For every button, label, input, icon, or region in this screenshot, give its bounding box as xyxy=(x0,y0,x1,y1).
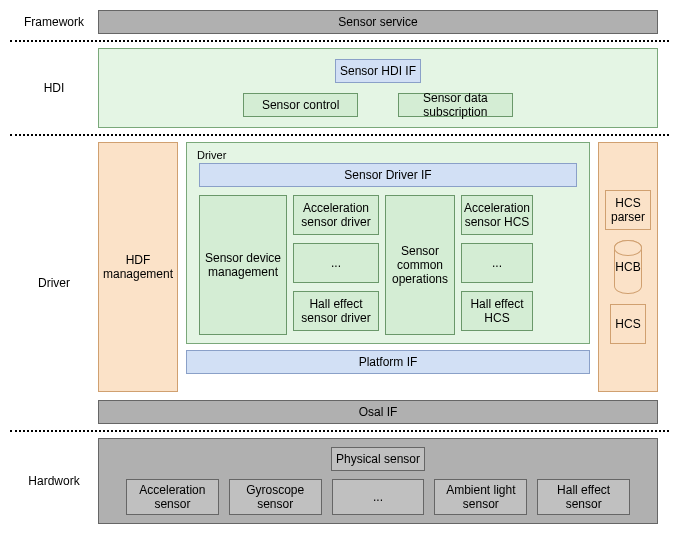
sensor-ellipsis-box: ... xyxy=(332,479,425,515)
hardwork-row: Hardwork Physical sensor Acceleration se… xyxy=(10,438,669,524)
hdi-container: Sensor HDI IF Sensor control Sensor data… xyxy=(98,48,658,128)
sensor-common-ops: Sensor common operations xyxy=(385,195,455,335)
driver-row: Driver HDF management Driver Sensor Driv… xyxy=(10,142,669,424)
hdi-row: HDI Sensor HDI IF Sensor control Sensor … xyxy=(10,48,669,128)
hcb-label: HCB xyxy=(615,260,640,274)
hall-sensor-box: Hall effect sensor xyxy=(537,479,630,515)
sensor-data-sub-box: Sensor data subscription xyxy=(398,93,513,117)
accel-driver-box: Acceleration sensor driver xyxy=(293,195,379,235)
divider xyxy=(10,430,669,432)
hcs-ellipsis-box: ... xyxy=(461,243,533,283)
sensor-control-box: Sensor control xyxy=(243,93,358,117)
hardwork-label: Hardwork xyxy=(10,438,98,524)
sensor-hdi-if: Sensor HDI IF xyxy=(335,59,421,83)
driver-label: Driver xyxy=(10,142,98,424)
hcs-side-container: HCS parser HCB HCS xyxy=(598,142,658,392)
driver-title: Driver xyxy=(193,147,583,163)
ambient-sensor-box: Ambient light sensor xyxy=(434,479,527,515)
accel-hcs-box: Acceleration sensor HCS xyxy=(461,195,533,235)
divider xyxy=(10,40,669,42)
hcb-cylinder: HCB xyxy=(614,240,641,294)
driver-container: Driver Sensor Driver IF Sensor device ma… xyxy=(186,142,590,344)
hdf-management-box: HDF management xyxy=(98,142,178,392)
framework-label: Framework xyxy=(10,10,98,34)
hcs-box: HCS xyxy=(610,304,645,344)
sensor-driver-if: Sensor Driver IF xyxy=(199,163,577,187)
divider xyxy=(10,134,669,136)
physical-sensor-box: Physical sensor xyxy=(331,447,425,471)
framework-row: Framework Sensor service xyxy=(10,10,669,34)
hall-hcs-box: Hall effect HCS xyxy=(461,291,533,331)
gyro-sensor-box: Gyroscope sensor xyxy=(229,479,322,515)
hall-driver-box: Hall effect sensor driver xyxy=(293,291,379,331)
osal-if-box: Osal IF xyxy=(98,400,658,424)
accel-sensor-box: Acceleration sensor xyxy=(126,479,219,515)
hardwork-container: Physical sensor Acceleration sensor Gyro… xyxy=(98,438,658,524)
sensor-service-box: Sensor service xyxy=(98,10,658,34)
driver-ellipsis-box: ... xyxy=(293,243,379,283)
hcs-parser-box: HCS parser xyxy=(605,190,651,230)
hdi-label: HDI xyxy=(10,48,98,128)
platform-if-box: Platform IF xyxy=(186,350,590,374)
sensor-device-mgmt: Sensor device management xyxy=(199,195,287,335)
